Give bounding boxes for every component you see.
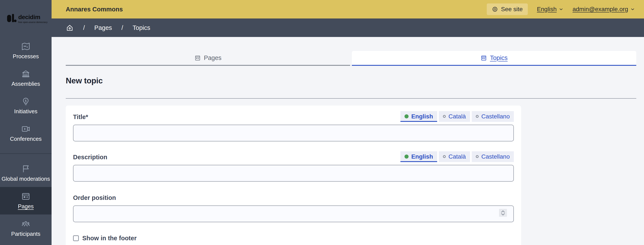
language-tab-castellano[interactable]: Castellano xyxy=(472,111,514,122)
stepper-up-icon xyxy=(501,210,505,213)
sidebar-item-label: Processes xyxy=(13,53,39,60)
stepper-down-icon xyxy=(501,213,505,216)
radio-selected-icon xyxy=(404,114,408,118)
decidim-logo-name: decidim xyxy=(18,14,48,20)
sidebar-item-label: Assemblies xyxy=(12,80,40,87)
sidebar-item-processes[interactable]: Processes xyxy=(0,37,52,64)
tab-label: Pages xyxy=(204,54,222,62)
sidebar-item-label: Pages xyxy=(18,203,34,210)
breadcrumb-item-topics[interactable]: Topics xyxy=(132,24,150,32)
chevron-down-icon xyxy=(559,7,564,12)
decidim-logo-mark-icon xyxy=(7,14,16,24)
sidebar-item-label: Participants xyxy=(11,230,40,237)
flag-icon xyxy=(21,164,30,174)
newspaper-icon xyxy=(21,192,30,201)
sidebar-item-label: Initiatives xyxy=(14,108,38,115)
topbar: Annares Commons See site English admin@e… xyxy=(52,0,644,18)
breadcrumb-separator: / xyxy=(121,24,123,32)
title-language-tabs: English Català Castellano xyxy=(400,111,514,122)
language-tab-english[interactable]: English xyxy=(400,111,437,122)
tab-pages[interactable]: Pages xyxy=(66,51,350,66)
sidebar-item-label: Conferences xyxy=(10,136,42,142)
breadcrumb-separator: / xyxy=(83,24,85,32)
main-column: Annares Commons See site English admin@e… xyxy=(52,0,644,245)
see-site-label: See site xyxy=(501,6,523,13)
footer-checkbox-label: Show in the footer xyxy=(82,235,136,242)
language-tab-label: Català xyxy=(448,153,466,160)
sidebar-item-pages[interactable]: Pages xyxy=(0,187,52,214)
language-dropdown-label: English xyxy=(537,6,556,13)
language-tab-label: English xyxy=(411,153,433,160)
language-tab-catala[interactable]: Català xyxy=(439,111,470,122)
footer-checkbox[interactable] xyxy=(73,235,79,241)
decidim-logo-tagline: free open-source democracy xyxy=(18,21,48,24)
target-icon xyxy=(492,6,498,12)
tab-bar: Pages Topics xyxy=(66,51,636,66)
radio-unselected-icon xyxy=(443,155,446,158)
user-email-label: admin@example.org xyxy=(572,6,628,13)
tab-topics[interactable]: Topics xyxy=(352,51,636,66)
chevron-down-icon xyxy=(630,7,635,12)
sidebar-divider xyxy=(0,154,52,154)
order-position-label: Order position xyxy=(73,194,116,203)
language-tab-label: Castellano xyxy=(482,113,510,120)
sidebar-item-participants[interactable]: Participants xyxy=(0,214,52,242)
newspaper-icon xyxy=(194,55,201,61)
description-label: Description xyxy=(73,154,108,162)
sidebar-item-global-moderations[interactable]: Global moderations xyxy=(0,160,52,187)
language-dropdown[interactable]: English xyxy=(537,6,564,13)
order-position-input[interactable] xyxy=(73,206,514,222)
language-tab-label: Català xyxy=(448,113,466,120)
heading-divider xyxy=(66,98,636,99)
language-tab-label: Castellano xyxy=(482,153,510,160)
home-gear-icon[interactable] xyxy=(66,24,74,32)
breadcrumb-item-pages[interactable]: Pages xyxy=(94,24,112,32)
page-title: New topic xyxy=(66,76,636,85)
tab-label: Topics xyxy=(490,54,508,62)
description-field: Description English Català Castellano xyxy=(73,151,514,182)
radio-unselected-icon xyxy=(476,155,478,158)
radio-unselected-icon xyxy=(476,115,478,118)
title-field: Title* English Català Castellano xyxy=(73,111,514,142)
lightbulb-icon xyxy=(21,97,30,106)
description-language-tabs: English Català Castellano xyxy=(400,151,514,162)
admin-sidebar: decidim free open-source democracy Proce… xyxy=(0,0,52,245)
number-stepper[interactable] xyxy=(499,209,507,217)
organization-title: Annares Commons xyxy=(66,6,123,13)
newspaper-icon xyxy=(480,55,487,61)
description-input[interactable] xyxy=(73,165,514,182)
radio-selected-icon xyxy=(404,154,408,158)
breadcrumb: / Pages / Topics xyxy=(52,18,644,37)
new-topic-form-card: Title* English Català Castellano xyxy=(66,106,521,245)
show-in-footer-row: Show in the footer xyxy=(73,235,514,242)
video-icon xyxy=(21,124,30,134)
title-input[interactable] xyxy=(73,125,514,142)
title-label: Title* xyxy=(73,114,88,122)
sidebar-item-conferences[interactable]: Conferences xyxy=(0,120,52,147)
language-tab-english[interactable]: English xyxy=(400,151,437,162)
sidebar-item-label: Global moderations xyxy=(2,176,50,182)
sidebar-item-assemblies[interactable]: Assemblies xyxy=(0,64,52,92)
see-site-button[interactable]: See site xyxy=(487,4,528,15)
radio-unselected-icon xyxy=(443,115,446,118)
language-tab-castellano[interactable]: Castellano xyxy=(472,151,514,162)
order-position-field: Order position xyxy=(73,192,514,222)
language-tab-label: English xyxy=(411,113,433,120)
content-area: Pages Topics New topic Title* xyxy=(52,37,644,245)
language-tab-catala[interactable]: Català xyxy=(439,151,470,162)
sidebar-item-initiatives[interactable]: Initiatives xyxy=(0,92,52,120)
decidim-logo[interactable]: decidim free open-source democracy xyxy=(0,0,52,37)
user-menu-dropdown[interactable]: admin@example.org xyxy=(572,6,635,13)
bank-icon xyxy=(21,69,30,79)
sidebar-menu: Processes Assemblies Init xyxy=(0,37,52,242)
team-icon xyxy=(21,219,30,229)
map-icon xyxy=(21,42,30,51)
